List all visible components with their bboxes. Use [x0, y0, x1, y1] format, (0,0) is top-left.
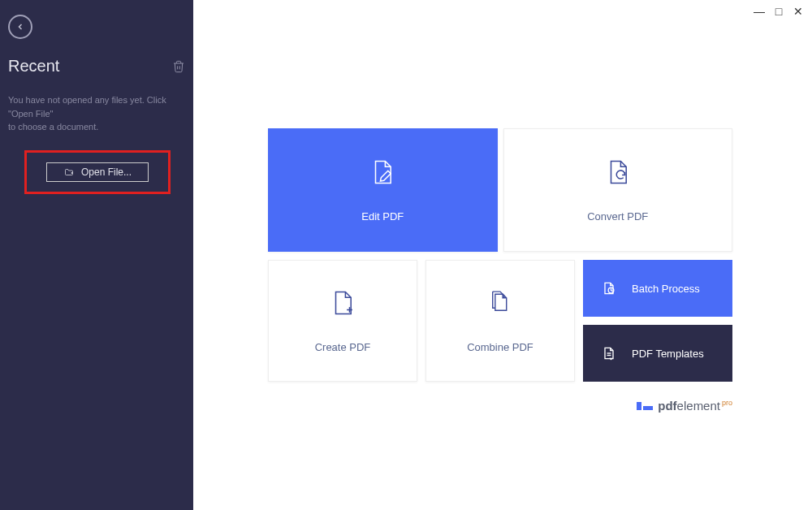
batch-process-icon [601, 280, 617, 296]
pdf-templates-label: PDF Templates [632, 348, 704, 360]
combine-pdf-icon [486, 289, 514, 317]
open-file-button[interactable]: Open File... [46, 162, 149, 182]
window-maximize[interactable]: □ [773, 5, 784, 18]
edit-pdf-label: Edit PDF [361, 210, 404, 223]
open-file-highlight: Open File... [24, 150, 171, 194]
create-pdf-icon [329, 289, 356, 317]
edit-pdf-tile[interactable]: Edit PDF [268, 128, 498, 252]
recent-hint: You have not opened any files yet. Click… [8, 93, 185, 134]
edit-pdf-icon [369, 158, 396, 186]
convert-pdf-icon [604, 158, 632, 186]
batch-process-tile[interactable]: Batch Process [583, 260, 732, 317]
convert-pdf-tile[interactable]: Convert PDF [503, 128, 733, 252]
batch-process-label: Batch Process [632, 283, 700, 295]
main: Edit PDF Convert PDF C [193, 0, 812, 510]
combine-pdf-tile[interactable]: Combine PDF [425, 260, 575, 382]
brand-suffix: element [677, 399, 720, 413]
folder-icon [63, 167, 75, 177]
recent-title: Recent [8, 57, 59, 76]
window-minimize[interactable]: — [754, 5, 765, 18]
sidebar: Recent You have not opened any files yet… [0, 0, 193, 510]
pdf-templates-tile[interactable]: PDF Templates [583, 325, 732, 382]
combine-pdf-label: Combine PDF [467, 341, 533, 353]
create-pdf-tile[interactable]: Create PDF [268, 260, 417, 382]
back-button[interactable] [8, 15, 32, 39]
brand-logo: pdfelementpro [637, 399, 732, 413]
brand-prefix: pdf [658, 399, 676, 413]
pdf-templates-icon [601, 345, 617, 361]
convert-pdf-label: Convert PDF [587, 210, 648, 223]
chevron-left-icon [15, 22, 25, 32]
window-close[interactable]: ✕ [793, 5, 804, 18]
trash-icon[interactable] [172, 59, 185, 74]
brand-pro: pro [722, 399, 732, 407]
create-pdf-label: Create PDF [315, 341, 371, 353]
open-file-label: Open File... [81, 166, 132, 178]
brand-mark-icon [637, 402, 653, 410]
